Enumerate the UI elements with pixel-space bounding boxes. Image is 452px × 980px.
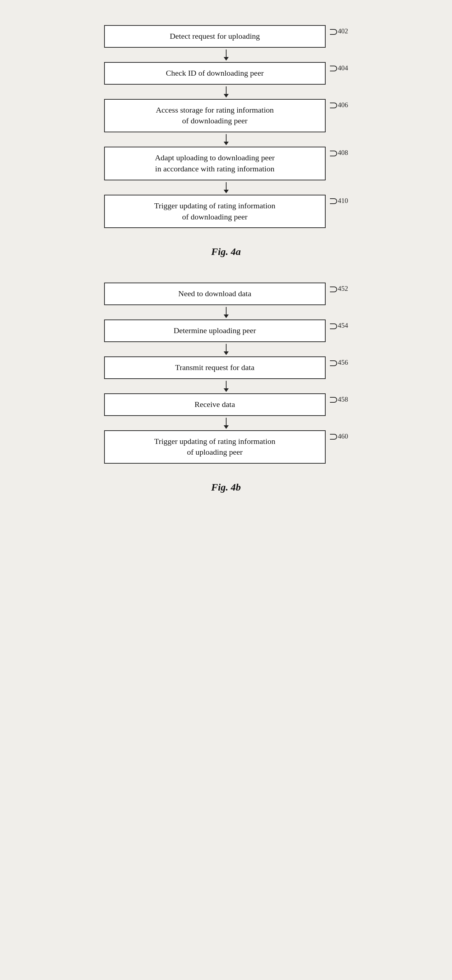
arrow-5: [83, 305, 370, 320]
arrow-1: [83, 48, 370, 62]
arrow-3: [83, 132, 370, 147]
step-text-452: Need to download data: [179, 288, 251, 299]
step-text-402: Detect request for uploading: [170, 31, 260, 42]
step-text-458: Receive data: [195, 399, 235, 410]
fig4a-flowchart: Detect request for uploading 402 Check I…: [83, 14, 370, 239]
step-box-406: Access storage for rating information of…: [104, 99, 326, 133]
step-box-410: Trigger updating of rating information o…: [104, 195, 326, 228]
page-container: Detect request for uploading 402 Check I…: [83, 14, 370, 966]
arrow-line-5: [226, 307, 227, 318]
arrow-6: [83, 342, 370, 356]
step-box-452: Need to download data: [104, 283, 326, 305]
fig4a-section: Detect request for uploading 402 Check I…: [83, 14, 370, 258]
arrow-line-2: [226, 86, 227, 97]
arrow-line-7: [226, 381, 227, 391]
arrow-4: [83, 180, 370, 195]
step-row-402: Detect request for uploading 402: [104, 25, 348, 48]
arrow-line-6: [226, 344, 227, 355]
step-box-454: Determine uploading peer: [104, 320, 326, 342]
ref-num-410: 410: [330, 195, 348, 205]
step-row-456: Transmit request for data 456: [104, 356, 348, 379]
fig4b-section: Need to download data 452 Determine uplo…: [83, 272, 370, 493]
step-text-454: Determine uploading peer: [173, 325, 256, 336]
step-box-402: Detect request for uploading: [104, 25, 326, 48]
fig4b-label: Fig. 4b: [211, 482, 241, 493]
step-row-408: Adapt uploading to downloading peer in a…: [104, 147, 348, 180]
step-row-452: Need to download data 452: [104, 283, 348, 305]
step-row-454: Determine uploading peer 454: [104, 320, 348, 342]
arrow-2: [83, 84, 370, 99]
step-text-408: Adapt uploading to downloading peer in a…: [155, 153, 275, 175]
ref-num-460: 460: [330, 430, 348, 440]
ref-num-406: 406: [330, 99, 348, 109]
step-text-410: Trigger updating of rating information o…: [154, 200, 275, 223]
ref-num-402: 402: [330, 25, 348, 35]
arrow-line-1: [226, 49, 227, 60]
step-text-406: Access storage for rating information of…: [156, 105, 274, 127]
step-row-458: Receive data 458: [104, 393, 348, 416]
step-row-406: Access storage for rating information of…: [104, 99, 348, 133]
ref-num-454: 454: [330, 320, 348, 329]
fig4b-flowchart: Need to download data 452 Determine uplo…: [83, 272, 370, 474]
step-box-460: Trigger updating of rating information o…: [104, 430, 326, 464]
step-row-404: Check ID of downloading peer 404: [104, 62, 348, 84]
ref-num-452: 452: [330, 283, 348, 293]
step-text-456: Transmit request for data: [175, 362, 254, 373]
step-box-404: Check ID of downloading peer: [104, 62, 326, 84]
step-box-408: Adapt uploading to downloading peer in a…: [104, 147, 326, 180]
ref-num-408: 408: [330, 147, 348, 157]
fig4a-label: Fig. 4a: [211, 246, 241, 258]
step-box-456: Transmit request for data: [104, 356, 326, 379]
arrow-8: [83, 416, 370, 430]
arrow-line-8: [226, 418, 227, 428]
arrow-7: [83, 379, 370, 393]
step-text-404: Check ID of downloading peer: [166, 68, 264, 79]
step-text-460: Trigger updating of rating information o…: [154, 436, 275, 458]
arrow-line-3: [226, 134, 227, 145]
arrow-line-4: [226, 182, 227, 193]
step-row-460: Trigger updating of rating information o…: [104, 430, 348, 464]
ref-num-456: 456: [330, 356, 348, 366]
step-box-458: Receive data: [104, 393, 326, 416]
ref-num-404: 404: [330, 62, 348, 72]
step-row-410: Trigger updating of rating information o…: [104, 195, 348, 228]
ref-num-458: 458: [330, 393, 348, 403]
